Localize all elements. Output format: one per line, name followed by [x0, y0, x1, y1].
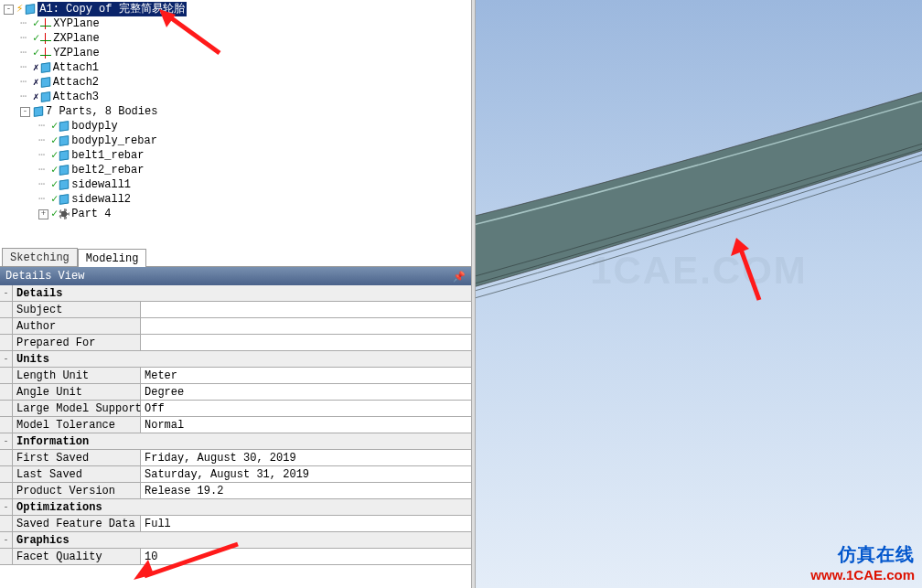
collapse-icon[interactable]: -: [4, 5, 14, 15]
check-icon: ✓: [51, 177, 58, 192]
grid-value[interactable]: Meter: [141, 368, 471, 383]
tree-connector: ⋯: [20, 90, 33, 104]
grid-header: Information: [13, 433, 471, 449]
tree-connector: ⋯: [38, 163, 51, 177]
grid-value[interactable]: Normal: [141, 417, 471, 433]
expand-icon[interactable]: +: [38, 209, 48, 219]
watermark-en: www.1CAE.com: [810, 567, 915, 583]
suppress-icon: ✗: [33, 75, 39, 90]
collapse-icon[interactable]: -: [0, 532, 13, 548]
tree-connector: ⋯: [38, 177, 51, 192]
check-icon: ✓: [33, 46, 39, 60]
attach-icon: [41, 91, 50, 102]
collapse-icon[interactable]: -: [0, 433, 13, 449]
attach-icon: [41, 77, 50, 88]
tree-item-label[interactable]: bodyply_rebar: [71, 134, 157, 148]
grid-header: Graphics: [13, 532, 471, 548]
tree-item-label[interactable]: Attach3: [53, 90, 99, 104]
collapse-icon[interactable]: -: [0, 499, 13, 515]
grid-header: Units: [13, 351, 471, 367]
grid-value[interactable]: Release 19.2: [141, 483, 471, 498]
check-icon: ✓: [33, 16, 39, 31]
details-title: Details View: [5, 270, 84, 283]
details-grid: -Details Subject Author Prepared For -Un…: [0, 285, 471, 588]
part-icon: [59, 208, 70, 219]
grid-value[interactable]: Full: [141, 516, 471, 531]
grid-header: Details: [13, 285, 471, 301]
tree-connector: ⋯: [20, 46, 33, 60]
watermark-cn: 仿真在线: [810, 542, 915, 567]
tree-connector: ⋯: [38, 134, 51, 148]
body-icon: [59, 150, 69, 161]
grid-label: Length Unit: [13, 368, 141, 383]
grid-value[interactable]: Saturday, August 31, 2019: [141, 466, 471, 482]
tree-item-label[interactable]: Attach2: [53, 75, 99, 90]
tree-connector: ⋯: [38, 119, 51, 134]
grid-label: First Saved: [13, 450, 141, 465]
tree-connector: ⋯: [38, 148, 51, 163]
suppress-icon: ✗: [33, 60, 39, 75]
tree-connector: ⋯: [20, 60, 33, 75]
tree-item-label[interactable]: XYPlane: [53, 16, 99, 31]
body-icon: [59, 179, 69, 190]
grid-label: Subject: [13, 302, 141, 317]
grid-value[interactable]: [141, 335, 471, 350]
grid-value[interactable]: [141, 318, 471, 334]
grid-label: Model Tolerance: [13, 417, 141, 433]
tree-item-label[interactable]: ZXPlane: [53, 31, 99, 46]
check-icon: ✓: [51, 192, 58, 207]
grid-value[interactable]: Friday, August 30, 2019: [141, 450, 471, 465]
tree-root-label[interactable]: A1: Copy of 完整简易轮胎: [38, 2, 186, 16]
details-titlebar: Details View 📌: [0, 267, 471, 285]
lightning-icon: ⚡: [16, 2, 23, 16]
grid-value[interactable]: Degree: [141, 384, 471, 400]
body-icon: [59, 121, 69, 132]
watermark: 仿真在线 www.1CAE.com: [810, 542, 915, 583]
plane-icon: [40, 48, 51, 59]
tree-item-label[interactable]: YZPlane: [53, 46, 99, 60]
collapse-icon[interactable]: -: [20, 107, 30, 117]
body-icon: [59, 194, 69, 205]
left-panel: - ⚡ A1: Copy of 完整简易轮胎 ⋯✓XYPlane ⋯✓ZXPla…: [0, 0, 471, 588]
tab-sketching[interactable]: Sketching: [2, 248, 78, 266]
tree-connector: ⋯: [20, 31, 33, 46]
tab-strip: Sketching Modeling: [0, 247, 471, 267]
parts-icon: [34, 106, 43, 117]
outline-tree[interactable]: - ⚡ A1: Copy of 完整简易轮胎 ⋯✓XYPlane ⋯✓ZXPla…: [0, 0, 471, 247]
tree-item-label[interactable]: 7 Parts, 8 Bodies: [46, 104, 157, 119]
grid-value[interactable]: Off: [141, 401, 471, 416]
model-geometry: [476, 46, 922, 320]
tree-connector: ⋯: [38, 192, 51, 207]
tree-connector: ⋯: [20, 16, 33, 31]
grid-value[interactable]: [141, 302, 471, 317]
attach-icon: [41, 62, 50, 73]
check-icon: ✓: [51, 119, 58, 134]
tree-item-label[interactable]: belt2_rebar: [71, 163, 144, 177]
grid-label: Last Saved: [13, 466, 141, 482]
check-icon: ✓: [51, 163, 58, 177]
check-icon: ✓: [51, 134, 58, 148]
collapse-icon[interactable]: -: [0, 285, 13, 301]
body-icon: [59, 165, 69, 176]
tree-item-label[interactable]: belt1_rebar: [71, 148, 144, 163]
geometry-icon: [26, 4, 35, 15]
tab-modeling[interactable]: Modeling: [78, 249, 147, 267]
collapse-icon[interactable]: -: [0, 351, 13, 367]
pin-icon[interactable]: 📌: [453, 271, 466, 283]
plane-icon: [40, 18, 51, 29]
check-icon: ✓: [51, 148, 58, 163]
tree-item-label[interactable]: bodyply: [71, 119, 117, 134]
3d-viewport[interactable]: 1CAE.COM 仿真在线 www.1CAE.com: [476, 0, 922, 588]
plane-icon: [40, 33, 51, 44]
check-icon: ✓: [51, 207, 58, 221]
grid-label: Angle Unit: [13, 384, 141, 400]
grid-value[interactable]: 10: [141, 549, 471, 564]
tree-item-label[interactable]: sidewall2: [71, 192, 131, 207]
grid-label: Large Model Support: [13, 401, 141, 416]
grid-label: Saved Feature Data: [13, 516, 141, 531]
grid-header: Optimizations: [13, 499, 471, 515]
check-icon: ✓: [33, 31, 39, 46]
tree-item-label[interactable]: sidewall1: [71, 177, 131, 192]
tree-item-label[interactable]: Attach1: [53, 60, 99, 75]
tree-item-label[interactable]: Part 4: [71, 207, 111, 221]
